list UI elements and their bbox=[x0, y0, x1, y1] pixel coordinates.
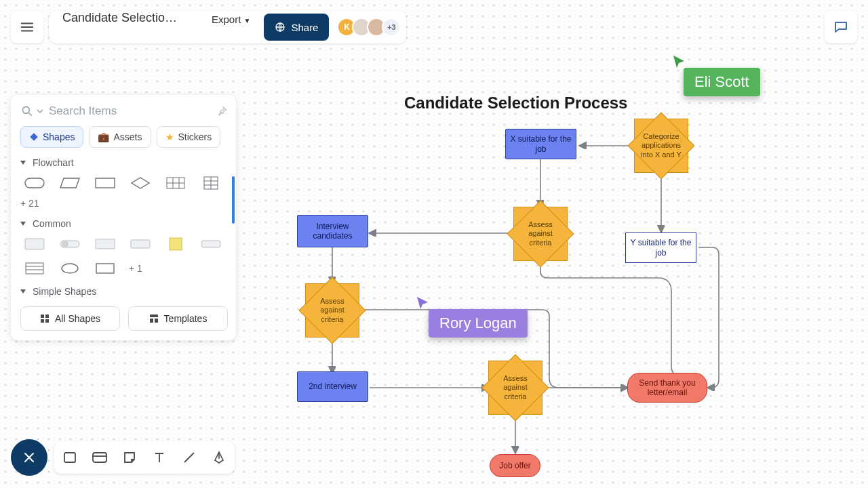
templates-button[interactable]: Templates bbox=[128, 306, 228, 331]
svg-rect-18 bbox=[45, 314, 49, 318]
all-shapes-button[interactable]: All Shapes bbox=[20, 306, 120, 331]
close-icon bbox=[22, 451, 36, 464]
hamburger-icon bbox=[20, 20, 35, 35]
shape-terminator[interactable] bbox=[23, 176, 46, 190]
section-label: Simple Shapes bbox=[33, 286, 96, 297]
svg-rect-3 bbox=[25, 178, 44, 188]
node-assess2[interactable]: Assess against criteria bbox=[305, 283, 359, 338]
node-assess1[interactable]: Assess against criteria bbox=[513, 207, 568, 261]
svg-rect-13 bbox=[201, 241, 220, 247]
section-label: Flowchart bbox=[33, 157, 74, 168]
chevron-down-icon bbox=[37, 108, 43, 115]
close-fab-button[interactable] bbox=[11, 439, 47, 476]
tool-card[interactable] bbox=[91, 449, 108, 466]
shape-rect2[interactable] bbox=[94, 262, 117, 275]
tab-shapes[interactable]: Shapes bbox=[20, 126, 83, 148]
diagram-canvas[interactable]: Candidate Selection Process Categorize a… bbox=[244, 54, 868, 488]
svg-rect-14 bbox=[26, 263, 43, 274]
svg-rect-7 bbox=[25, 239, 44, 249]
node-job-offer[interactable]: Job offer bbox=[490, 454, 540, 477]
svg-rect-11 bbox=[131, 240, 150, 248]
comments-button[interactable] bbox=[825, 11, 857, 43]
shape-field[interactable] bbox=[199, 237, 222, 251]
shape-sticky[interactable] bbox=[164, 237, 187, 251]
svg-rect-20 bbox=[45, 319, 49, 323]
node-x-suitable[interactable]: X suitable for the job bbox=[505, 129, 576, 159]
svg-rect-17 bbox=[41, 314, 44, 318]
node-y-suitable[interactable]: Y suitable for the job bbox=[625, 232, 696, 263]
shape-parallelogram[interactable] bbox=[58, 176, 81, 190]
search-input[interactable] bbox=[49, 104, 210, 118]
export-label: Export bbox=[212, 14, 241, 25]
shape-toggle[interactable] bbox=[58, 237, 81, 251]
avatar-more[interactable]: +3 bbox=[382, 18, 401, 37]
node-label: Categorize applications into X and Y bbox=[637, 132, 685, 159]
node-label: X suitable for the job bbox=[509, 134, 573, 154]
diamond-icon bbox=[29, 132, 39, 142]
tool-rectangle[interactable] bbox=[61, 449, 79, 466]
node-assess3[interactable]: Assess against criteria bbox=[488, 361, 542, 415]
shape-grid[interactable] bbox=[199, 176, 222, 190]
svg-rect-24 bbox=[64, 453, 75, 462]
button-label: Templates bbox=[164, 313, 208, 324]
diagram-edges bbox=[244, 54, 854, 488]
shape-rectangle[interactable] bbox=[94, 176, 117, 190]
node-label: Y suitable for the job bbox=[629, 238, 693, 258]
common-more[interactable]: + 1 bbox=[129, 263, 142, 274]
share-button[interactable]: Share bbox=[264, 14, 329, 41]
shape-card[interactable] bbox=[94, 237, 117, 251]
template-icon bbox=[149, 314, 159, 323]
svg-point-1 bbox=[22, 106, 29, 113]
speech-bubble-icon bbox=[833, 19, 849, 35]
avatar-group[interactable]: K +3 bbox=[337, 18, 401, 37]
svg-point-15 bbox=[62, 264, 78, 273]
section-flowchart[interactable]: Flowchart bbox=[20, 157, 228, 168]
node-interview[interactable]: Interview candidates bbox=[297, 215, 368, 247]
node-categorize[interactable]: Categorize applications into X and Y bbox=[634, 119, 688, 173]
node-thank-you[interactable]: Send thank you letter/email bbox=[627, 373, 707, 403]
flowchart-more[interactable]: + 21 bbox=[20, 198, 228, 209]
presence-cursor-eli: Eli Scott bbox=[671, 54, 760, 96]
grid-icon bbox=[40, 314, 50, 323]
chevron-down-icon bbox=[20, 222, 26, 226]
node-label: Assess against criteria bbox=[517, 220, 564, 247]
shape-keyboard[interactable] bbox=[23, 237, 46, 251]
svg-rect-25 bbox=[93, 453, 106, 462]
tab-label: Shapes bbox=[43, 131, 75, 142]
svg-rect-19 bbox=[41, 319, 44, 323]
svg-rect-10 bbox=[96, 239, 115, 249]
hamburger-menu-button[interactable] bbox=[11, 11, 43, 43]
tool-text[interactable] bbox=[151, 449, 168, 466]
node-second-interview[interactable]: 2nd interview bbox=[297, 371, 368, 402]
tool-pen[interactable] bbox=[210, 449, 228, 466]
pin-icon[interactable] bbox=[216, 105, 228, 117]
svg-point-9 bbox=[62, 241, 68, 247]
svg-rect-16 bbox=[96, 264, 114, 273]
tool-sticky[interactable] bbox=[121, 449, 138, 466]
svg-rect-23 bbox=[155, 319, 158, 323]
node-label: 2nd interview bbox=[309, 382, 357, 391]
tab-assets[interactable]: 💼 Assets bbox=[89, 126, 151, 148]
panel-scrollbar[interactable] bbox=[232, 176, 235, 224]
presence-tag: Rory Logan bbox=[429, 309, 528, 338]
tab-stickers[interactable]: ★ Stickers bbox=[157, 126, 221, 148]
button-label: All Shapes bbox=[55, 313, 100, 324]
shape-table[interactable] bbox=[164, 176, 187, 190]
section-label: Common bbox=[33, 218, 71, 229]
shapes-panel: Shapes 💼 Assets ★ Stickers Flowchart + 2… bbox=[11, 95, 236, 340]
shape-table2[interactable] bbox=[23, 262, 46, 275]
section-simple-shapes[interactable]: Simple Shapes bbox=[20, 286, 228, 297]
presence-cursor-rory: Rory Logan bbox=[415, 296, 528, 338]
shape-diamond[interactable] bbox=[129, 176, 152, 190]
shape-input[interactable] bbox=[129, 237, 152, 251]
shape-ellipse[interactable] bbox=[58, 262, 81, 275]
node-label: Send thank you letter/email bbox=[631, 378, 704, 398]
chevron-down-icon bbox=[20, 161, 26, 165]
tool-line[interactable] bbox=[180, 449, 198, 466]
svg-rect-2 bbox=[30, 133, 37, 140]
export-button[interactable]: Export ▼ bbox=[202, 14, 260, 41]
node-label: Interview candidates bbox=[300, 222, 365, 241]
document-title[interactable]: Candidate Selection Pro… bbox=[52, 11, 194, 43]
svg-rect-21 bbox=[150, 314, 158, 317]
section-common[interactable]: Common bbox=[20, 218, 228, 229]
